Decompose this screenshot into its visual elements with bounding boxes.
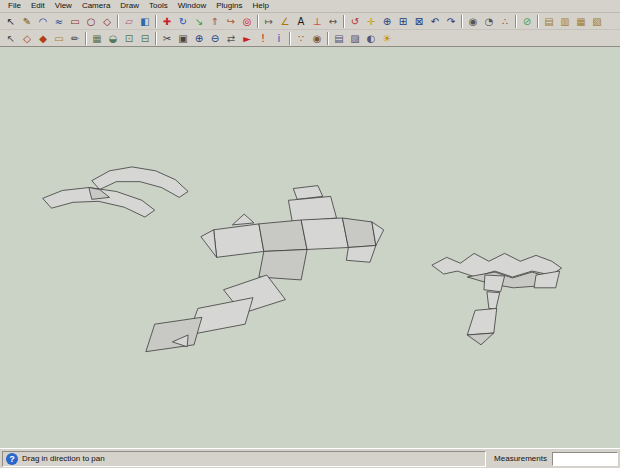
- right-body-face-2[interactable]: [487, 292, 500, 310]
- toolbar-separator: [515, 15, 517, 28]
- footprints-icon[interactable]: ∵: [294, 31, 309, 45]
- toolbar-row-2: ↖◇◆▭✏▦◒⊡⊟✂▣⊕⊖⇄►!i∵◉▤▨◐☀: [0, 30, 620, 47]
- toolbar-separator: [155, 32, 157, 45]
- center-side-face[interactable]: [346, 246, 375, 263]
- center-band-face-1[interactable]: [214, 224, 264, 257]
- unfold-face-icon[interactable]: ◇: [20, 31, 35, 45]
- eraser-tool-icon[interactable]: ▱: [122, 14, 137, 28]
- center-band-face-2[interactable]: [259, 220, 307, 251]
- pan-tool-icon[interactable]: ✛: [364, 14, 379, 28]
- materials-panel-icon[interactable]: ▨: [348, 31, 363, 45]
- previous-view-icon[interactable]: ↶: [428, 14, 443, 28]
- zoom-window-icon[interactable]: ⊞: [396, 14, 411, 28]
- right-foot-tip-face[interactable]: [467, 333, 494, 345]
- shadows-toggle-icon[interactable]: ☀: [380, 31, 395, 45]
- menu-window[interactable]: Window: [173, 0, 211, 12]
- cut-tool-icon[interactable]: ✂: [160, 31, 175, 45]
- info-icon[interactable]: i: [272, 31, 287, 45]
- status-bar: ? Drag in direction to pan Measurements: [0, 448, 620, 468]
- toolbar-separator: [537, 15, 539, 28]
- viewport[interactable]: [0, 47, 620, 448]
- camera-target-icon[interactable]: ◉: [310, 31, 325, 45]
- drape-tool-icon[interactable]: ⊟: [138, 31, 153, 45]
- right-body-face-1[interactable]: [484, 275, 505, 292]
- menu-file[interactable]: File: [3, 0, 26, 12]
- center-top-face[interactable]: [288, 196, 336, 222]
- orbit-tool-icon[interactable]: ↺: [348, 14, 363, 28]
- toolbar-separator: [461, 15, 463, 28]
- menu-plugins[interactable]: Plugins: [211, 0, 247, 12]
- toolbar-separator: [85, 32, 87, 45]
- zoom-in-icon[interactable]: ⊕: [192, 31, 207, 45]
- flag-icon[interactable]: ►: [240, 31, 255, 45]
- center-band-face-4[interactable]: [342, 218, 375, 247]
- push-pull-tool-icon[interactable]: ⇑: [208, 14, 223, 28]
- toolbar-separator: [343, 15, 345, 28]
- menu-tools[interactable]: Tools: [144, 0, 173, 12]
- dimension-tool-icon[interactable]: ↔: [326, 14, 341, 28]
- plugin-stack-icon-3[interactable]: ▦: [574, 14, 589, 28]
- menu-help[interactable]: Help: [247, 0, 273, 12]
- walk-tool-icon[interactable]: ∴: [498, 14, 513, 28]
- help-icon[interactable]: ?: [6, 453, 18, 465]
- menubar: FileEditViewCameraDrawToolsWindowPlugins…: [0, 0, 620, 13]
- warning-icon[interactable]: !: [256, 31, 271, 45]
- line-tool-icon[interactable]: ✎: [20, 14, 35, 28]
- text-tool-icon[interactable]: A: [294, 14, 309, 28]
- menu-camera[interactable]: Camera: [77, 0, 115, 12]
- center-band-face-3[interactable]: [301, 218, 348, 249]
- center-left-tab-face[interactable]: [201, 230, 217, 258]
- center-top-tab-2-face[interactable]: [232, 214, 254, 225]
- freehand-tool-icon[interactable]: ≈: [52, 14, 67, 28]
- offset-tool-icon[interactable]: ◎: [240, 14, 255, 28]
- toolbar-separator: [327, 32, 329, 45]
- copy-tool-icon[interactable]: ▣: [176, 31, 191, 45]
- styles-panel-icon[interactable]: ◐: [364, 31, 379, 45]
- menu-edit[interactable]: Edit: [26, 0, 50, 12]
- select-faces-icon[interactable]: ↖: [4, 31, 19, 45]
- status-hint-panel: ? Drag in direction to pan: [2, 451, 486, 467]
- select-tool-icon[interactable]: ↖: [4, 14, 19, 28]
- unfold-all-icon[interactable]: ◆: [36, 31, 51, 45]
- rectangle-tool-icon[interactable]: ▭: [68, 14, 83, 28]
- measurements-label: Measurements: [494, 454, 547, 463]
- toolbar-row-1: ↖✎◠≈▭○◇▱◧✚↻↘⇑↪◎↦∠A⊥↔↺✛⊕⊞⊠↶↷◉◔∴⊘▤▥▦▧: [0, 13, 620, 30]
- plugin-stack-icon-1[interactable]: ▤: [542, 14, 557, 28]
- plugin-stack-icon-2[interactable]: ▥: [558, 14, 573, 28]
- layers-panel-icon[interactable]: ▤: [332, 31, 347, 45]
- next-view-icon[interactable]: ↷: [444, 14, 459, 28]
- circle-tool-icon[interactable]: ○: [84, 14, 99, 28]
- status-hint: Drag in direction to pan: [22, 452, 105, 466]
- toolbar-separator: [257, 15, 259, 28]
- menu-view[interactable]: View: [50, 0, 77, 12]
- position-camera-icon[interactable]: ◉: [466, 14, 481, 28]
- plugin-stack-icon-4[interactable]: ▧: [590, 14, 605, 28]
- center-chain-face-2[interactable]: [146, 317, 202, 351]
- toolbar-separator: [155, 15, 157, 28]
- model-canvas[interactable]: [0, 47, 620, 448]
- add-tabs-icon[interactable]: ▭: [52, 31, 67, 45]
- stamp-tool-icon[interactable]: ⊡: [122, 31, 137, 45]
- section-plane-icon[interactable]: ⊘: [520, 14, 535, 28]
- axes-tool-icon[interactable]: ⊥: [310, 14, 325, 28]
- sandbox-grid-icon[interactable]: ▦: [90, 31, 105, 45]
- paint-bucket-icon[interactable]: ◧: [138, 14, 153, 28]
- zoom-tool-icon[interactable]: ⊕: [380, 14, 395, 28]
- right-foot-face[interactable]: [467, 308, 496, 335]
- follow-me-tool-icon[interactable]: ↪: [224, 14, 239, 28]
- export-pattern-icon[interactable]: ✏: [68, 31, 83, 45]
- move-tool-icon[interactable]: ✚: [160, 14, 175, 28]
- tape-measure-tool-icon[interactable]: ↦: [262, 14, 277, 28]
- zoom-out-icon[interactable]: ⊖: [208, 31, 223, 45]
- scale-tool-icon[interactable]: ↘: [192, 14, 207, 28]
- protractor-tool-icon[interactable]: ∠: [278, 14, 293, 28]
- rotate-tool-icon[interactable]: ↻: [176, 14, 191, 28]
- measurements-input[interactable]: [552, 452, 618, 466]
- smoove-tool-icon[interactable]: ◒: [106, 31, 121, 45]
- look-around-icon[interactable]: ◔: [482, 14, 497, 28]
- swap-view-icon[interactable]: ⇄: [224, 31, 239, 45]
- menu-draw[interactable]: Draw: [115, 0, 144, 12]
- arc-tool-icon[interactable]: ◠: [36, 14, 51, 28]
- polygon-tool-icon[interactable]: ◇: [100, 14, 115, 28]
- zoom-extents-icon[interactable]: ⊠: [412, 14, 427, 28]
